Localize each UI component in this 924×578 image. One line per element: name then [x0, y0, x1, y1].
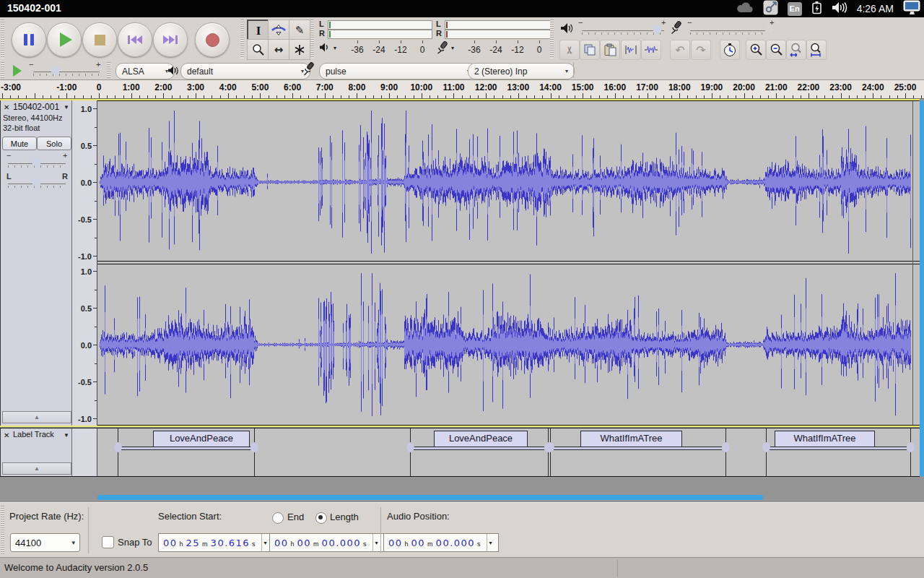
- draw-tool-button[interactable]: ✎: [289, 20, 310, 40]
- playback-meter[interactable]: L R ▾ -36-24-120: [318, 19, 433, 59]
- mixer-toolbar-grip[interactable]: [550, 20, 554, 59]
- timeline-ruler[interactable]: -3:00-1:0001:002:003:004:005:006:007:008…: [0, 80, 924, 99]
- ruler-tick: [381, 95, 382, 98]
- label-track-content[interactable]: LoveAndPeaceLoveAndPeaceWhatIfImATreeWha…: [97, 428, 920, 476]
- recording-device-select[interactable]: pulse▾: [319, 63, 476, 79]
- label-start-handle[interactable]: [406, 442, 414, 452]
- close-track-button[interactable]: ✕: [4, 431, 9, 439]
- selection-length-field[interactable]: 00h 00m 00.000s ▾: [269, 533, 385, 552]
- waveform-display[interactable]: [97, 100, 920, 426]
- label-track-title[interactable]: Label Track: [13, 430, 54, 439]
- length-radio[interactable]: [315, 512, 327, 524]
- play-at-speed-button[interactable]: [9, 63, 26, 78]
- zoom-in-button[interactable]: [746, 40, 766, 60]
- solo-button[interactable]: Solo: [37, 137, 71, 150]
- session-monitor-icon[interactable]: [903, 0, 921, 18]
- sync-lock-button[interactable]: [720, 40, 740, 60]
- battery-icon[interactable]: [811, 1, 822, 17]
- mute-button[interactable]: Mute: [2, 137, 37, 150]
- label-boundary-line[interactable]: [254, 428, 255, 476]
- skip-to-end-button[interactable]: [153, 22, 188, 57]
- audio-position-field[interactable]: 00h 00m 00.000s ▾: [383, 533, 499, 552]
- volume-icon[interactable]: [832, 1, 847, 17]
- field-dropdown-arrow[interactable]: ▾: [372, 534, 380, 551]
- track-menu-arrow-icon[interactable]: ▼: [64, 104, 69, 111]
- cloud-icon[interactable]: [736, 1, 754, 16]
- end-radio[interactable]: [272, 512, 284, 524]
- track-collapse-button[interactable]: ▲: [2, 411, 71, 423]
- scale-label: 1.0: [81, 105, 92, 113]
- undo-button[interactable]: ↶: [670, 40, 690, 60]
- selection-toolbar-grip[interactable]: [1, 506, 4, 555]
- stop-icon: [95, 35, 105, 46]
- envelope-tool-button[interactable]: [268, 20, 289, 40]
- silence-audio-button[interactable]: [641, 40, 661, 60]
- label-boundary-line[interactable]: [410, 428, 411, 476]
- transport-toolbar-grip[interactable]: [1, 20, 4, 59]
- fit-project-button[interactable]: [806, 40, 827, 60]
- label-end-handle[interactable]: [250, 442, 258, 452]
- output-slider-track[interactable]: [582, 30, 664, 31]
- stop-button[interactable]: [82, 22, 117, 57]
- track-menu-arrow-icon[interactable]: ▼: [64, 432, 69, 439]
- meter-toolbar-grip[interactable]: [310, 20, 314, 59]
- transcription-toolbar-grip[interactable]: [1, 62, 4, 78]
- timeshift-tool-button[interactable]: ↔: [268, 39, 289, 60]
- vertical-scale-ruler[interactable]: 1.00.50.0-0.5-1.01.00.50.0-0.5-1.0: [72, 100, 97, 426]
- launcher-pin-icon[interactable]: [763, 0, 778, 18]
- vertical-scrollbar[interactable]: [920, 100, 924, 477]
- device-toolbar-grip[interactable]: [107, 62, 110, 78]
- selection-start-field[interactable]: 00h 25m 30.616s ▾: [158, 533, 274, 552]
- project-rate-select[interactable]: 44100 ▾: [10, 533, 80, 552]
- recording-channels-select[interactable]: 2 (Stereo) Inp▾: [468, 63, 575, 79]
- close-track-button[interactable]: ✕: [4, 103, 9, 111]
- zoom-tool-button[interactable]: [247, 39, 269, 60]
- zoom-tool-icon: [252, 43, 264, 56]
- multi-tool-button[interactable]: [289, 39, 310, 60]
- zoom-out-button[interactable]: [766, 40, 786, 60]
- toolbar-dock: I ✎ ↔ L R ▾ -36-24-120 L R ▾ -36-24-120: [0, 17, 924, 80]
- playback-device-select[interactable]: default▾: [180, 63, 310, 79]
- snap-to-checkbox[interactable]: [102, 536, 114, 548]
- label-text[interactable]: WhatIfImATree: [580, 431, 682, 447]
- clock[interactable]: 4:26 AM: [857, 3, 894, 14]
- tools-toolbar-grip[interactable]: [240, 20, 244, 59]
- label-start-handle[interactable]: [114, 442, 122, 452]
- horizontal-scrollbar[interactable]: [97, 495, 763, 500]
- label-track-control-panel: ✕ Label Track ▼ ▲: [0, 428, 72, 476]
- label-boundary-line[interactable]: [910, 428, 911, 476]
- label-boundary-line[interactable]: [725, 428, 726, 476]
- field-dropdown-arrow[interactable]: ▾: [261, 534, 269, 551]
- label-boundary-line[interactable]: [118, 428, 118, 476]
- cut-button[interactable]: ✂: [559, 40, 580, 60]
- track-collapse-button[interactable]: ▲: [2, 462, 71, 475]
- record-button[interactable]: [195, 22, 230, 57]
- label-text[interactable]: LoveAndPeace: [153, 431, 250, 447]
- track-title[interactable]: 150402-001: [13, 102, 59, 112]
- copy-button[interactable]: [580, 40, 600, 60]
- label-start-handle[interactable]: [762, 442, 770, 452]
- ruler-tick: [260, 93, 261, 98]
- label-text[interactable]: LoveAndPeace: [434, 431, 528, 447]
- recording-meter[interactable]: L R ▾ -36-24-120: [435, 19, 553, 59]
- keyboard-layout-indicator[interactable]: En: [788, 2, 802, 16]
- fit-selection-button[interactable]: [786, 40, 806, 60]
- audio-host-select[interactable]: ALSA▾: [116, 63, 175, 79]
- label-boundary-line[interactable]: [766, 428, 767, 476]
- zoom-out-icon: [770, 43, 783, 57]
- input-slider-track[interactable]: [690, 30, 771, 31]
- play-button[interactable]: [47, 22, 82, 57]
- paste-button[interactable]: [600, 40, 620, 60]
- playback-speed-slider-track[interactable]: [33, 72, 100, 72]
- field-dropdown-arrow[interactable]: ▾: [487, 534, 494, 551]
- label-end-handle[interactable]: [907, 442, 915, 452]
- label-boundary-line[interactable]: [550, 428, 551, 476]
- ruler-time-label: 1:00: [123, 82, 140, 92]
- trim-audio-button[interactable]: [621, 40, 641, 60]
- redo-button[interactable]: ↷: [691, 40, 711, 60]
- label-boundary-line[interactable]: [548, 428, 549, 476]
- skip-to-start-button[interactable]: [118, 22, 152, 57]
- pause-button[interactable]: [12, 22, 46, 57]
- label-text[interactable]: WhatIfImATree: [775, 431, 875, 447]
- label-end-handle[interactable]: [722, 442, 730, 452]
